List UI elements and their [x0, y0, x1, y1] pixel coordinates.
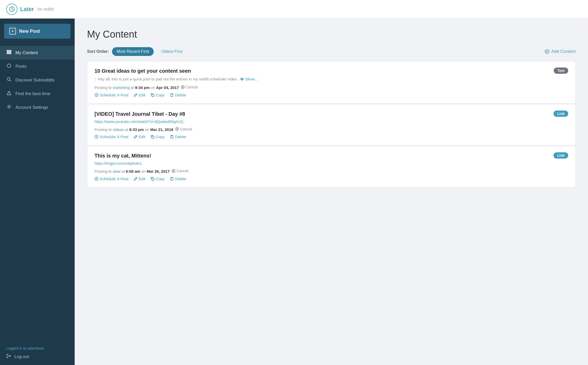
cancel-link-2[interactable]: Cancel: [175, 127, 192, 131]
copy-icon: [151, 177, 154, 181]
svg-point-5: [7, 78, 10, 80]
sidebar-item-label: Account Settings: [15, 105, 48, 110]
card-url-3[interactable]: https://imgur.com/catphoto1: [94, 161, 568, 165]
cancel-link-3[interactable]: Cancel: [172, 169, 188, 173]
svg-rect-20: [152, 94, 154, 97]
subreddit-link-3[interactable]: aww: [113, 169, 120, 173]
edit-icon: [134, 135, 137, 139]
sort-bar: Sort Order: Most Recent First Oldest Fir…: [87, 47, 576, 56]
new-post-icon: +: [9, 28, 16, 35]
svg-rect-26: [152, 136, 154, 138]
svg-line-6: [10, 80, 11, 81]
copy-button-2[interactable]: Copy: [151, 135, 165, 139]
copy-button-3[interactable]: Copy: [151, 177, 165, 181]
post-date-2: Mar 21, 2018: [150, 127, 173, 131]
sidebar-footer: Logged in as adambard Log out: [0, 341, 75, 365]
sidebar-item-discover[interactable]: Discover Subreddits: [0, 73, 75, 87]
sidebar-item-label: Find the best time: [15, 91, 50, 96]
card-header-3: This is my cat, Mittens! Link: [94, 152, 568, 159]
header: Later for reddit: [0, 0, 588, 19]
trash-icon: [170, 177, 174, 181]
cancel-link-1[interactable]: Cancel: [181, 85, 198, 89]
sort-left: Sort Order: Most Recent First Oldest Fir…: [87, 47, 187, 56]
search-icon: [6, 77, 12, 83]
content-card-3: This is my cat, Mittens! Link https://im…: [87, 146, 576, 187]
preview-divider: |: [94, 76, 96, 82]
cancel-icon: [181, 85, 185, 89]
list-icon: [6, 49, 12, 56]
copy-button-1[interactable]: Copy: [151, 93, 165, 97]
logout-button[interactable]: Log out: [6, 353, 68, 360]
card-actions-3: Schedule X-Post Edit Copy Delete: [94, 177, 568, 181]
clock-icon: [94, 177, 98, 181]
delete-button-1[interactable]: Delete: [170, 93, 186, 97]
copy-icon: [151, 135, 154, 139]
new-post-button[interactable]: + New Post: [4, 24, 71, 39]
edit-button-3[interactable]: Edit: [134, 177, 145, 181]
card-title-3: This is my cat, Mittens!: [94, 152, 151, 159]
card-actions-2: Schedule X-Post Edit Copy Delete: [94, 135, 568, 139]
trash-icon: [170, 93, 174, 97]
post-date-1: Apr 04, 2017: [156, 85, 179, 90]
schedule-xpost-button-3[interactable]: Schedule X-Post: [94, 177, 128, 181]
sort-label: Sort Order:: [87, 49, 109, 54]
eye-icon: [240, 77, 244, 81]
logo-icon: [6, 4, 18, 15]
card-preview-text-1: Hey all, this is just a quick post to pa…: [98, 77, 238, 81]
schedule-xpost-button-1[interactable]: Schedule X-Post: [94, 93, 128, 97]
card-header-1: 10 Great ideas to get your content seen …: [94, 68, 568, 74]
logo-app-name: Later: [20, 6, 34, 13]
page-title: My Content: [87, 29, 576, 40]
post-time-2: 8:33 pm: [129, 127, 144, 131]
show-link-1[interactable]: Show...: [240, 77, 258, 81]
sidebar-item-posts[interactable]: Posts: [0, 60, 75, 73]
flask-icon: [6, 90, 12, 97]
card-url-2[interactable]: https://www.youtube.com/watch?v=dQw4w9Wg…: [94, 119, 568, 124]
card-header-2: [VIDEO] Travel Journal Tibet - Day #8 Li…: [94, 111, 568, 117]
card-type-badge-2: Link: [554, 111, 568, 117]
sidebar-item-label: My Content: [15, 50, 38, 55]
svg-rect-1: [7, 50, 11, 51]
clock-icon: [94, 135, 98, 139]
subreddit-link-2[interactable]: videos: [113, 127, 124, 131]
svg-point-4: [7, 64, 11, 68]
cancel-icon: [175, 127, 179, 131]
card-title-1: 10 Great ideas to get your content seen: [94, 68, 191, 74]
sidebar-item-best-time[interactable]: Find the best time: [0, 87, 75, 101]
main-content: My Content Sort Order: Most Recent First…: [75, 19, 588, 365]
delete-button-2[interactable]: Delete: [170, 135, 186, 139]
content-card-2: [VIDEO] Travel Journal Tibet - Day #8 Li…: [87, 104, 576, 146]
sidebar-item-my-content[interactable]: My Content: [0, 46, 75, 60]
edit-button-1[interactable]: Edit: [134, 93, 145, 97]
sort-most-recent-button[interactable]: Most Recent First: [112, 47, 153, 56]
app-body: + New Post My Content: [0, 19, 588, 365]
card-actions-1: Schedule X-Post Edit Copy Delete: [94, 93, 568, 97]
trash-icon: [170, 135, 174, 139]
delete-button-3[interactable]: Delete: [170, 177, 186, 181]
logo: Later for reddit: [6, 4, 54, 15]
logo-subtitle: for reddit: [38, 7, 54, 12]
schedule-xpost-button-2[interactable]: Schedule X-Post: [94, 135, 128, 139]
sort-oldest-button[interactable]: Oldest First: [157, 47, 187, 56]
subreddit-link-1[interactable]: marketing: [113, 85, 130, 90]
card-preview-1: | Hey all, this is just a quick post to …: [94, 76, 568, 82]
sidebar-item-label: Posts: [15, 64, 27, 69]
edit-button-2[interactable]: Edit: [134, 135, 145, 139]
sidebar-item-label: Discover Subreddits: [15, 78, 55, 83]
svg-rect-3: [7, 53, 11, 54]
add-content-label: Add Content: [551, 49, 576, 54]
svg-rect-32: [152, 178, 154, 180]
card-title-2: [VIDEO] Travel Journal Tibet - Day #8: [94, 111, 185, 117]
card-posting-2: Posting to videos at 8:33 pm on Mar 21, …: [94, 127, 568, 132]
add-content-icon: [544, 49, 550, 54]
sidebar-nav: My Content Posts Discover Subreddits: [0, 44, 75, 116]
sidebar: + New Post My Content: [0, 19, 75, 365]
svg-point-14: [241, 79, 243, 80]
sidebar-item-settings[interactable]: Account Settings: [0, 101, 75, 114]
logged-in-label: Logged in as adambard: [6, 346, 68, 350]
add-content-button[interactable]: Add Content: [544, 49, 576, 54]
clock-icon: [94, 93, 98, 97]
gear-icon: [6, 104, 12, 111]
post-date-3: Mar 26, 2017: [147, 169, 170, 173]
copy-icon: [151, 93, 154, 97]
